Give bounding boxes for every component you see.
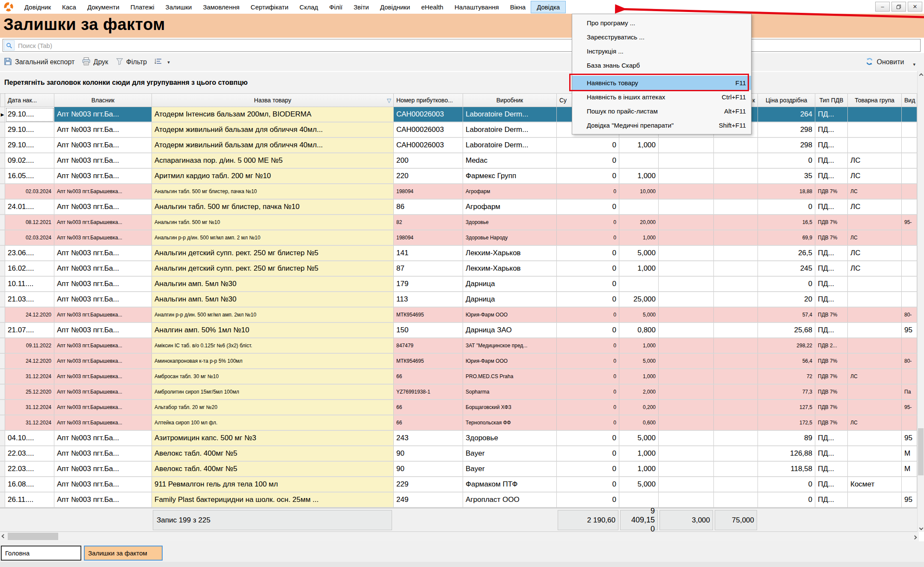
scroll-up-icon[interactable] (918, 71, 924, 78)
cell-group[interactable]: ЛС (848, 169, 902, 184)
cell-group[interactable]: Космет (848, 477, 902, 492)
cell-su[interactable]: 0 (557, 246, 619, 261)
table-row[interactable]: 24.12.2020Апт №003 пгт.Барышевка...Аналг… (0, 307, 917, 323)
cell-qty[interactable]: 20,000 (619, 215, 659, 230)
menubar-item[interactable]: Філії (324, 1, 348, 13)
cell-name[interactable]: Аспарагиназа пор. д/ин. 5 000 МЕ №5 (152, 153, 394, 169)
row-selector[interactable] (0, 230, 5, 246)
cell-a[interactable] (659, 261, 714, 277)
row-selector[interactable] (0, 415, 5, 431)
cell-extra[interactable] (902, 200, 917, 215)
cell-group[interactable] (848, 323, 902, 338)
cell-group[interactable] (848, 138, 902, 153)
current-row-marker[interactable]: ▶ (0, 107, 5, 122)
column-header-owner[interactable]: Власник (54, 93, 152, 107)
cell-extra[interactable]: 95 (902, 323, 917, 338)
cell-number[interactable]: 179 (394, 277, 463, 292)
cell-a[interactable] (659, 230, 714, 246)
cell-b[interactable] (714, 292, 758, 307)
cell-number[interactable]: 220 (394, 169, 463, 184)
cell-number[interactable]: 198094 (394, 184, 463, 200)
cell-group[interactable] (848, 292, 902, 307)
cell-vat[interactable]: ПД... (815, 292, 848, 307)
cell-extra[interactable] (902, 107, 917, 122)
cell-name[interactable]: Аміксин ІС таб. в/о 0.125г №6 (3х2) бліс… (152, 338, 394, 354)
table-row[interactable]: 31.12.2024Апт №003 пгт.Барышевка...Алтей… (0, 415, 917, 431)
cell-qty[interactable]: 5,000 (619, 246, 659, 261)
cell-number[interactable]: МТК954695 (394, 354, 463, 369)
cell-owner[interactable]: Апт №003 пгт.Ба... (54, 153, 152, 169)
cell-group[interactable]: ЛС (848, 184, 902, 200)
cell-b[interactable] (714, 415, 758, 431)
table-row[interactable]: 08.12.2021Апт №003 пгт.Барышевка...Аналь… (0, 215, 917, 230)
cell-b[interactable] (714, 385, 758, 400)
cell-price[interactable]: 0 (758, 492, 815, 508)
table-row[interactable]: 26.11....Апт №003 пгт.Ба...Family Plast … (0, 492, 917, 508)
tab-home[interactable]: Головна (1, 546, 81, 561)
cell-date[interactable]: 26.11.... (5, 492, 54, 508)
column-header-price[interactable]: Ціна роздрібна (758, 93, 815, 107)
menubar-item[interactable]: Склад (294, 1, 324, 13)
table-row[interactable]: 10.11....Апт №003 пгт.Ба...Анальгин амп.… (0, 277, 917, 292)
cell-su[interactable]: 0 (557, 338, 619, 354)
refresh-caret-icon[interactable]: ▾ (910, 62, 918, 67)
cell-b[interactable] (714, 307, 758, 323)
cell-manufacturer[interactable]: Тернопольская ФФ (463, 415, 557, 431)
cell-extra[interactable]: М (902, 462, 917, 477)
cell-vat[interactable]: ПД... (815, 169, 848, 184)
cell-group[interactable] (848, 446, 902, 462)
table-row[interactable]: 23.06....Апт №003 пгт.Ба...Анальгин детс… (0, 246, 917, 261)
cell-qty[interactable]: 0,200 (619, 400, 659, 415)
cell-b[interactable] (714, 153, 758, 169)
row-selector[interactable] (0, 153, 5, 169)
cell-vat[interactable]: ПДВ 7% (815, 415, 848, 431)
cell-number[interactable]: МТК954695 (394, 307, 463, 323)
cell-extra[interactable]: М (902, 446, 917, 462)
cell-qty[interactable]: 0,800 (619, 323, 659, 338)
cell-date[interactable]: 16.05.... (5, 169, 54, 184)
cell-su[interactable]: 0 (557, 277, 619, 292)
cell-group[interactable] (848, 277, 902, 292)
help-menu-item[interactable]: Пошук по прайс-листамAlt+F11 (572, 104, 751, 118)
cell-manufacturer[interactable]: ЗАТ "Медицинское пред... (463, 338, 557, 354)
cell-number[interactable]: САН00026003 (394, 122, 463, 138)
cell-su[interactable]: 0 (557, 261, 619, 277)
cell-owner[interactable]: Апт №003 пгт.Ба... (54, 323, 152, 338)
cell-a[interactable] (659, 323, 714, 338)
cell-manufacturer[interactable]: Medac (463, 153, 557, 169)
cell-number[interactable]: 141 (394, 246, 463, 261)
cell-su[interactable]: 0 (557, 492, 619, 508)
cell-date[interactable]: 22.03.... (5, 462, 54, 477)
cell-su[interactable]: 0 (557, 400, 619, 415)
scroll-right-icon[interactable] (911, 533, 918, 540)
search-input[interactable]: Поиск (Tab) (3, 39, 921, 52)
menubar-item[interactable]: Замовлення (197, 1, 245, 13)
cell-b[interactable] (714, 261, 758, 277)
cell-price[interactable]: 18,88 (758, 184, 815, 200)
cell-number[interactable]: 229 (394, 477, 463, 492)
cell-price[interactable]: 298,22 (758, 338, 815, 354)
cell-su[interactable]: 0 (557, 415, 619, 431)
cell-name[interactable]: Алтейка сироп 100 мл фл. (152, 415, 394, 431)
cell-name[interactable]: Family Plast бактерицидни на шолк. осн. … (152, 492, 394, 508)
cell-price[interactable]: 16,5 (758, 215, 815, 230)
cell-qty[interactable]: 5,000 (619, 477, 659, 492)
table-row[interactable]: 31.12.2024Апт №003 пгт.Барышевка...Амбро… (0, 369, 917, 385)
cell-qty[interactable] (619, 277, 659, 292)
cell-owner[interactable]: Апт №003 пгт.Ба... (54, 477, 152, 492)
cell-qty[interactable]: 2,000 (619, 385, 659, 400)
cell-name[interactable]: Анальгин амп. 5мл №30 (152, 292, 394, 307)
cell-group[interactable] (848, 338, 902, 354)
cell-manufacturer[interactable]: Laboratoire Derm... (463, 107, 557, 122)
cell-a[interactable] (659, 477, 714, 492)
cell-date[interactable]: 24.12.2020 (5, 307, 54, 323)
cell-group[interactable] (848, 307, 902, 323)
row-selector[interactable] (0, 169, 5, 184)
row-selector[interactable] (0, 446, 5, 462)
cell-date[interactable]: 21.03.... (5, 292, 54, 307)
tab-stock-by-fact[interactable]: Залишки за фактом (84, 546, 163, 561)
cell-b[interactable] (714, 400, 758, 415)
cell-vat[interactable]: ПДВ 7% (815, 184, 848, 200)
menubar-item[interactable]: Довідник (19, 1, 56, 13)
cell-name[interactable]: Атодерм живильний бальзам для обличчя 40… (152, 122, 394, 138)
